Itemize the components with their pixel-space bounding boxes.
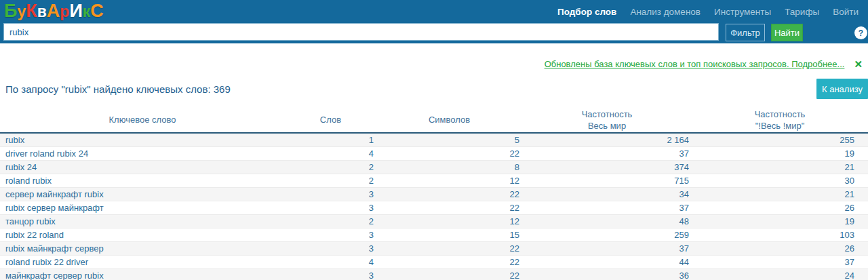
nav-item-login[interactable]: Войти [833,7,859,17]
words-count-cell: 4 [285,146,376,160]
words-count-cell: 2 [285,174,376,187]
logo-letter: к [83,3,91,20]
bukvarix-logo[interactable]: БуКвАрИкС [4,1,104,23]
app-header: БуКвАрИкС Подбор слов Анализ доменов Инс… [0,0,868,43]
keyword-cell: roland rubix [0,174,285,187]
words-count-cell: 4 [285,255,376,268]
chars-count-cell: 22 [376,187,522,201]
freq-exact-cell: 30 [692,174,868,187]
freq-exact-cell: 19 [692,214,868,228]
keyword-cell: майнкрафт сервер rubix [0,268,285,280]
freq-world-cell: 34 [522,187,692,201]
nav-item-domain-analysis[interactable]: Анализ доменов [630,7,701,17]
logo-letter: А [47,1,60,21]
chars-count-cell: 22 [376,201,522,214]
close-icon[interactable]: ✕ [854,59,863,69]
freq-world-cell: 37 [522,201,692,214]
table-row: майнкрафт сервер rubix3223624 [0,268,868,280]
keyword-cell: roland rubix 22 driver [0,255,285,268]
column-header-chars[interactable]: Символов [376,108,522,133]
nav-item-pricing[interactable]: Тарифы [785,7,819,17]
keyword-cell: rubix сервер майнкрафт [0,201,285,214]
chars-count-cell: 8 [376,160,522,174]
table-row: roland rubix21271530 [0,174,868,187]
freq-exact-cell: 26 [692,241,868,255]
filter-button[interactable]: Фильтр [726,24,765,41]
results-summary: По запросу "rubix" найдено ключевых слов… [0,79,231,95]
logo-letter: Б [4,1,17,21]
results-header: По запросу "rubix" найдено ключевых слов… [0,79,868,102]
nav-item-word-selection[interactable]: Подбор слов [557,7,616,17]
logo-letter: С [90,1,104,21]
freq-world-cell: 374 [522,160,692,174]
logo-letter: И [69,1,82,21]
freq-world-cell: 715 [522,174,692,187]
freq-world-cell: 37 [522,146,692,160]
keyword-cell: rubix [0,133,285,146]
table-row: driver roland rubix 244223719 [0,146,868,160]
notification-bar: Обновлены база ключевых слов и топ поиск… [0,43,868,69]
words-count-cell: 3 [285,187,376,201]
freq-world-cell: 2 164 [522,133,692,146]
freq-exact-cell: 24 [692,268,868,280]
column-header-freq-world[interactable]: ЧастотностьВесь мир [522,108,692,133]
keyword-cell: сервер майнкрафт rubix [0,187,285,201]
freq-world-cell: 259 [522,228,692,241]
table-row: rubix152 164255 [0,133,868,146]
help-icon[interactable]: ? [854,26,867,39]
freq-exact-cell: 19 [692,146,868,160]
freq-exact-cell: 255 [692,133,868,146]
freq-exact-cell: 26 [692,201,868,214]
logo-letter: К [26,1,37,21]
keyword-cell: rubix 22 roland [0,228,285,241]
keyword-cell: rubix майнкрафт сервер [0,241,285,255]
keyword-cell: танцор rubix [0,214,285,228]
chars-count-cell: 22 [376,255,522,268]
keywords-table: Ключевое слово Слов Символов Частотность… [0,108,868,280]
column-header-words[interactable]: Слов [285,108,376,133]
find-button[interactable]: Найти [771,24,803,41]
words-count-cell: 3 [285,241,376,255]
keyword-search-input[interactable] [3,23,719,41]
chars-count-cell: 22 [376,241,522,255]
analyze-button[interactable]: К анализу [816,79,868,99]
chars-count-cell: 12 [376,174,522,187]
table-row: rubix майнкрафт сервер3223726 [0,241,868,255]
logo-letter: у [17,3,26,20]
freq-world-cell: 44 [522,255,692,268]
main-nav: Подбор слов Анализ доменов Инструменты Т… [557,1,861,17]
freq-world-cell: 37 [522,241,692,255]
words-count-cell: 3 [285,201,376,214]
freq-exact-cell: 21 [692,187,868,201]
keyword-cell: driver roland rubix 24 [0,146,285,160]
table-row: rubix 242837421 [0,160,868,174]
chars-count-cell: 22 [376,146,522,160]
words-count-cell: 3 [285,228,376,241]
logo-letter: в [37,3,47,20]
freq-world-cell: 36 [522,268,692,280]
table-row: roland rubix 22 driver4224437 [0,255,868,268]
table-row: танцор rubix2124819 [0,214,868,228]
chars-count-cell: 12 [376,214,522,228]
chars-count-cell: 15 [376,228,522,241]
words-count-cell: 3 [285,268,376,280]
logo-letter: р [60,3,69,20]
update-notice-link[interactable]: Обновлены база ключевых слов и топ поиск… [545,59,845,69]
nav-item-tools[interactable]: Инструменты [714,7,771,17]
table-row: сервер майнкрафт rubix3223421 [0,187,868,201]
column-header-keyword[interactable]: Ключевое слово [0,108,285,133]
words-count-cell: 1 [285,133,376,146]
words-count-cell: 2 [285,160,376,174]
table-row: rubix 22 roland315259103 [0,228,868,241]
freq-exact-cell: 103 [692,228,868,241]
freq-world-cell: 48 [522,214,692,228]
chars-count-cell: 22 [376,268,522,280]
column-header-freq-exact[interactable]: Частотность"!Весь !мир" [692,108,868,133]
freq-exact-cell: 37 [692,255,868,268]
freq-exact-cell: 21 [692,160,868,174]
table-row: rubix сервер майнкрафт3223726 [0,201,868,214]
chars-count-cell: 5 [376,133,522,146]
words-count-cell: 2 [285,214,376,228]
keyword-cell: rubix 24 [0,160,285,174]
table-header-row: Ключевое слово Слов Символов Частотность… [0,108,868,133]
